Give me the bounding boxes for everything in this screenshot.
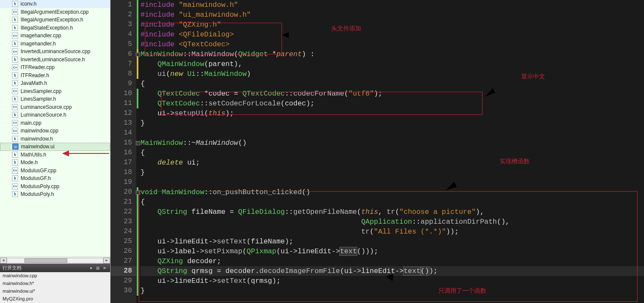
file-item-iconv-h[interactable]: hiconv.h xyxy=(0,0,110,8)
line-number[interactable]: 20 xyxy=(111,187,136,197)
code-line[interactable]: QString fileName = QFileDialog::getOpenF… xyxy=(141,207,644,217)
code-line[interactable]: tr("All Files (*.*)")); xyxy=(141,227,644,237)
code-line[interactable]: QMainWindow(parent), xyxy=(141,59,644,69)
file-item-ITFReader-h[interactable]: hITFReader.h xyxy=(0,72,110,80)
code-line[interactable]: QApplication::applicationDirPath(), xyxy=(141,217,644,227)
line-number[interactable]: 8 xyxy=(111,69,136,79)
file-item-LinesSampler-h[interactable]: hLinesSampler.h xyxy=(0,95,110,103)
line-number[interactable]: 14 xyxy=(111,128,136,138)
fold-icon[interactable] xyxy=(135,187,141,197)
line-gutter[interactable]: 1234567891011121314151617181920212223242… xyxy=(111,0,136,303)
code-line[interactable]: ui->lineEdit->setText(qrmsg); xyxy=(141,276,644,286)
code-line[interactable]: #include "ui_mainwindow.h" xyxy=(141,10,644,20)
line-number[interactable]: 6 xyxy=(111,49,136,59)
file-item-mainwindow-ui[interactable]: uimainwindow.ui xyxy=(0,143,110,151)
file-item-imagehandler-cpp[interactable]: c+imagehandler.cpp xyxy=(0,32,110,40)
line-number[interactable]: 28 xyxy=(111,266,136,276)
open-doc-item[interactable]: MyQZXing.pro xyxy=(0,295,110,303)
code-editor[interactable]: 1234567891011121314151617181920212223242… xyxy=(111,0,644,303)
line-number[interactable]: 22 xyxy=(111,207,136,217)
file-item-ITFReader-cpp[interactable]: c+ITFReader.cpp xyxy=(0,63,110,72)
file-item-mainwindow-h[interactable]: hmainwindow.h xyxy=(0,135,110,143)
line-number[interactable]: 4 xyxy=(111,30,136,39)
line-number[interactable]: 12 xyxy=(111,108,136,118)
code-line[interactable]: #include <QTextCodec> xyxy=(141,39,644,49)
close-icon[interactable]: ✕ xyxy=(102,265,108,271)
code-line[interactable]: QTextCodec *codec = QTextCodec::codecFor… xyxy=(141,89,644,99)
line-number[interactable]: 24 xyxy=(111,227,136,237)
line-number[interactable]: 21 xyxy=(111,197,136,207)
split-icon[interactable]: ⊞ xyxy=(95,265,101,271)
file-item-Mode-h[interactable]: hMode.h xyxy=(0,159,110,167)
file-item-InvertedLuminanceSource-cpp[interactable]: c+InvertedLuminanceSource.cpp xyxy=(0,48,110,56)
code-line[interactable]: void MainWindow::on_pushButton_clicked() xyxy=(141,187,644,197)
code-line[interactable]: #include <QFileDialog> xyxy=(141,30,644,39)
code-line[interactable]: QString qrmsg = decoder.decodeImageFromF… xyxy=(141,266,644,276)
line-number[interactable]: 23 xyxy=(111,217,136,227)
file-item-JavaMath-h[interactable]: hJavaMath.h xyxy=(0,79,110,87)
code-line[interactable]: { xyxy=(141,79,644,89)
file-item-mainwindow-cpp[interactable]: c+mainwindow.cpp xyxy=(0,127,110,135)
file-item-MathUtils-h[interactable]: hMathUtils.h xyxy=(0,151,110,159)
code-line[interactable]: } xyxy=(141,118,644,128)
file-item-IllegalArgumentException-h[interactable]: hIllegalArgumentException.h xyxy=(0,16,110,24)
code-line[interactable]: MainWindow::MainWindow(QWidget *parent) … xyxy=(141,49,644,59)
line-number[interactable]: 2 xyxy=(111,10,136,20)
line-number[interactable]: 15 xyxy=(111,138,136,148)
code-line[interactable]: #include "mainwindow.h" xyxy=(141,0,644,10)
scroll-left-arrow[interactable]: ◄ xyxy=(0,258,7,264)
code-line[interactable]: QTextCodec::setCodecForLocale(codec); xyxy=(141,99,644,108)
scroll-right-arrow[interactable]: ► xyxy=(103,258,110,264)
file-item-LuminanceSource-h[interactable]: hLuminanceSource.h xyxy=(0,111,110,119)
line-number[interactable]: 27 xyxy=(111,256,136,266)
line-number[interactable]: 10 xyxy=(111,89,136,99)
open-doc-item[interactable]: mainwindow.h* xyxy=(0,280,110,288)
file-item-IllegalArgumentException-cpp[interactable]: c+IllegalArgumentException.cpp xyxy=(0,8,110,16)
line-number[interactable]: 9 xyxy=(111,79,136,89)
line-number[interactable]: 16 xyxy=(111,148,136,158)
code-line[interactable] xyxy=(141,128,644,138)
file-item-ModulusPoly-h[interactable]: hModulusPoly.h xyxy=(0,190,110,198)
line-number[interactable]: 29 xyxy=(111,276,136,286)
code-line[interactable]: { xyxy=(141,148,644,158)
file-tree[interactable]: hiconv.hc+IllegalArgumentException.cpphI… xyxy=(0,0,110,257)
file-item-ModulusGF-cpp[interactable]: c+ModulusGF.cpp xyxy=(0,167,110,175)
line-number[interactable]: 3 xyxy=(111,20,136,30)
code-line[interactable]: ui->lineEdit->setText(fileName); xyxy=(141,237,644,246)
code-line[interactable]: delete ui; xyxy=(141,158,644,168)
file-item-ModulusPoly-cpp[interactable]: c+ModulusPoly.cpp xyxy=(0,183,110,191)
file-item-IllegalStateException-h[interactable]: hIllegalStateException.h xyxy=(0,24,110,32)
line-number[interactable]: 18 xyxy=(111,168,136,177)
line-number[interactable]: 25 xyxy=(111,237,136,246)
code-line[interactable]: #include "QZXing.h" xyxy=(141,20,644,30)
line-number[interactable]: 17 xyxy=(111,158,136,168)
code-line[interactable]: } xyxy=(141,168,644,177)
line-number[interactable]: 26 xyxy=(111,246,136,256)
code-line[interactable] xyxy=(141,177,644,187)
code-line[interactable]: ui->label->setPixmap(QPixmap(ui->lineEdi… xyxy=(141,246,644,256)
line-number[interactable]: 19 xyxy=(111,177,136,187)
file-item-LuminanceSource-cpp[interactable]: c+LuminanceSource.cpp xyxy=(0,103,110,111)
line-number[interactable]: 7 xyxy=(111,59,136,69)
fold-icon[interactable] xyxy=(135,49,141,59)
code-line[interactable]: } xyxy=(141,286,644,296)
file-item-imagehandler-h[interactable]: himagehandler.h xyxy=(0,40,110,48)
file-item-InvertedLuminanceSource-h[interactable]: hInvertedLuminanceSource.h xyxy=(0,56,110,64)
code-line[interactable]: QZXing decoder; xyxy=(141,256,644,266)
open-doc-item[interactable]: mainwindow.ui* xyxy=(0,288,110,295)
file-item-ModulusGF-h[interactable]: hModulusGF.h xyxy=(0,174,110,183)
line-number[interactable]: 30 xyxy=(111,286,136,296)
code-line[interactable]: ui(new Ui::MainWindow) xyxy=(141,69,644,79)
line-number[interactable]: 1 xyxy=(111,0,136,10)
file-item-LinesSampler-cpp[interactable]: c+LinesSampler.cpp xyxy=(0,87,110,96)
code-line[interactable]: ui->setupUi(this); xyxy=(141,108,644,118)
file-item-main-cpp[interactable]: c+main.cpp xyxy=(0,119,110,127)
open-doc-item[interactable]: mainwindow.cpp xyxy=(0,272,110,280)
fold-icon[interactable] xyxy=(135,138,141,148)
code-line[interactable]: { xyxy=(141,197,644,207)
code-line[interactable]: MainWindow::~MainWindow() xyxy=(141,138,644,148)
line-number[interactable]: 5 xyxy=(111,39,136,49)
line-number[interactable]: 13 xyxy=(111,118,136,128)
line-number[interactable]: 11 xyxy=(111,99,136,108)
chevron-down-icon[interactable]: ▾ xyxy=(88,265,94,271)
